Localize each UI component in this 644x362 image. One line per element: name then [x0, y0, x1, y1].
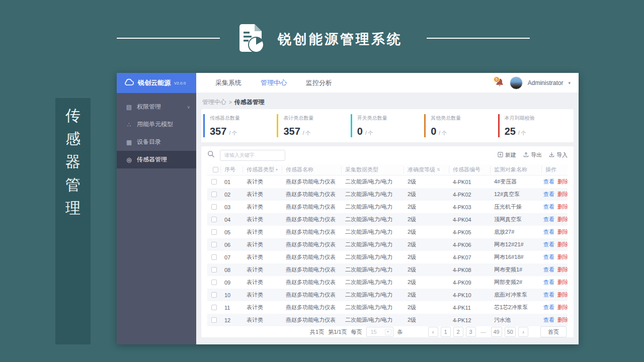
- delete-link[interactable]: 删除: [557, 279, 568, 286]
- view-link[interactable]: 查看: [543, 228, 554, 236]
- page-button[interactable]: 3: [466, 327, 476, 337]
- sidebar-menu-item[interactable]: ∴ 用能单元模型: [117, 116, 196, 133]
- column-header[interactable]: 监测对象名称: [490, 166, 541, 173]
- row-checkbox[interactable]: [211, 305, 217, 310]
- cell-accuracy: 2级: [404, 216, 449, 223]
- view-link[interactable]: 查看: [543, 304, 554, 311]
- row-checkbox[interactable]: [211, 217, 217, 222]
- page-button[interactable]: ›: [518, 327, 528, 337]
- column-header[interactable]: 准确度等级 ⇅: [404, 166, 449, 173]
- delete-link[interactable]: 删除: [557, 241, 568, 248]
- cell-target-name: 芯1芯2冲浆泵: [490, 304, 541, 311]
- page-button[interactable]: ‹: [428, 327, 438, 337]
- cell-accuracy: 2级: [404, 228, 449, 236]
- topnav-tab[interactable]: 监控分析: [306, 78, 332, 87]
- column-sort-filter-icon[interactable]: ▾: [276, 167, 278, 172]
- page-button[interactable]: 50: [505, 327, 516, 337]
- delete-link[interactable]: 删除: [557, 228, 568, 236]
- cell-target-name: 网布12#21#: [490, 241, 541, 248]
- column-header[interactable]: 传感器编号: [449, 166, 490, 173]
- view-link[interactable]: 查看: [543, 279, 554, 286]
- page-button[interactable]: 2: [453, 327, 463, 337]
- sidebar-menu-item[interactable]: ▤ 权限管理 ∨: [117, 98, 196, 116]
- user-name[interactable]: Administrator: [528, 79, 564, 86]
- import-button[interactable]: 导入: [549, 151, 568, 159]
- notification-bell-icon[interactable]: 5: [496, 78, 505, 88]
- breadcrumb-parent[interactable]: 管理中心: [202, 98, 226, 107]
- view-link[interactable]: 查看: [543, 216, 554, 223]
- view-link[interactable]: 查看: [543, 241, 554, 248]
- user-menu-chevron-icon[interactable]: ▾: [568, 80, 571, 85]
- cell-accuracy: 2级: [404, 279, 449, 286]
- delete-link[interactable]: 删除: [557, 191, 568, 198]
- row-checkbox[interactable]: [211, 317, 217, 323]
- topnav-tab[interactable]: 采集系统: [215, 78, 242, 87]
- sidebar-menu-item[interactable]: ▦ 设备目录: [117, 133, 196, 151]
- delete-link[interactable]: 删除: [557, 178, 568, 186]
- cell-sensor-name: 燕赵多功能电力仪表: [282, 228, 341, 236]
- page-button[interactable]: 49: [491, 327, 502, 337]
- stat-label: 传感器总数量: [210, 114, 277, 122]
- search-input[interactable]: [220, 150, 285, 161]
- column-header[interactable]: 传感器类型 ▾: [243, 166, 282, 173]
- view-link[interactable]: 查看: [543, 316, 554, 324]
- first-page-button[interactable]: 首页: [540, 326, 567, 337]
- row-checkbox[interactable]: [211, 267, 217, 273]
- app-logo: 锐创云能源 V2.0.0: [117, 73, 196, 93]
- row-checkbox[interactable]: [211, 192, 217, 197]
- row-checkbox[interactable]: [211, 292, 217, 298]
- row-checkbox-cell: [207, 305, 220, 310]
- page-button[interactable]: —: [478, 327, 489, 337]
- select-all-checkbox[interactable]: [213, 167, 218, 172]
- create-button[interactable]: 新建: [498, 151, 516, 159]
- row-checkbox[interactable]: [211, 179, 217, 185]
- view-link[interactable]: 查看: [543, 266, 554, 274]
- stat-label: 其他类总数量: [431, 114, 498, 122]
- row-checkbox[interactable]: [211, 254, 217, 260]
- delete-link[interactable]: 删除: [557, 316, 568, 324]
- column-header-label: 传感器编号: [453, 166, 480, 173]
- view-link[interactable]: 查看: [543, 203, 554, 211]
- row-checkbox[interactable]: [211, 229, 217, 235]
- banner-divider-left: [117, 38, 220, 39]
- sidebar-menu-item[interactable]: ◎ 传感器管理: [117, 151, 196, 168]
- view-link[interactable]: 查看: [543, 253, 554, 261]
- row-checkbox-cell: [207, 280, 220, 285]
- cell-data-type: 二次能源/电力/电力: [341, 266, 404, 274]
- per-page-select[interactable]: 15 ▾: [366, 327, 393, 337]
- row-checkbox[interactable]: [211, 204, 217, 210]
- row-checkbox[interactable]: [211, 242, 217, 247]
- menu-item-icon: ▦: [126, 139, 132, 146]
- delete-link[interactable]: 删除: [557, 203, 568, 211]
- delete-link[interactable]: 删除: [557, 253, 568, 261]
- column-sort-filter-icon[interactable]: ⇅: [437, 167, 440, 172]
- view-link[interactable]: 查看: [543, 291, 554, 299]
- per-page-chevron-icon[interactable]: ▾: [385, 329, 391, 335]
- cell-no: 06: [220, 242, 243, 248]
- column-header[interactable]: 序号: [220, 166, 243, 173]
- cell-sensor-code: 4-PK10: [449, 292, 490, 298]
- delete-link[interactable]: 删除: [557, 266, 568, 274]
- delete-link[interactable]: 删除: [557, 291, 568, 299]
- row-checkbox-cell: [207, 192, 220, 197]
- cell-sensor-name: 燕赵多功能电力仪表: [282, 279, 341, 286]
- column-header[interactable]: 采集数据类型: [341, 166, 404, 173]
- page-button[interactable]: 1: [441, 327, 451, 337]
- cell-sensor-type: 表计类: [243, 253, 282, 261]
- row-checkbox[interactable]: [211, 280, 217, 285]
- column-header[interactable]: 传感器名称: [282, 166, 341, 173]
- toolbar-actions: 新建 导出: [498, 151, 568, 159]
- column-header[interactable]: 操作: [541, 166, 568, 173]
- delete-link[interactable]: 删除: [557, 216, 568, 223]
- view-link[interactable]: 查看: [543, 191, 554, 198]
- view-link[interactable]: 查看: [543, 178, 554, 186]
- topnav-tab[interactable]: 管理中心: [261, 78, 287, 87]
- export-button[interactable]: 导出: [523, 151, 542, 159]
- cell-target-name: 顶网真空泵: [490, 216, 541, 223]
- cell-sensor-name: 燕赵多功能电力仪表: [282, 178, 341, 186]
- user-avatar[interactable]: [510, 76, 523, 89]
- per-page-value: 15: [371, 329, 377, 335]
- delete-link[interactable]: 删除: [557, 304, 568, 311]
- cell-sensor-name: 燕赵多功能电力仪表: [282, 191, 341, 198]
- cell-data-type: 二次能源/电力/电力: [341, 279, 404, 286]
